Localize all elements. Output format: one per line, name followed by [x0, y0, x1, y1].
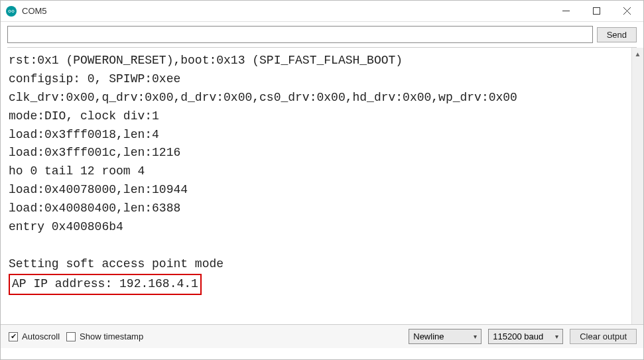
window-controls [550, 1, 642, 21]
console-wrap: rst:0x1 (POWERON_RESET),boot:0x13 (SPI_F… [7, 47, 637, 324]
clear-output-button[interactable]: Clear output [570, 329, 637, 344]
line-ending-select[interactable]: Newline ▾ [409, 329, 482, 344]
checkbox-icon [9, 332, 18, 341]
scrollbar[interactable]: ▲ [631, 48, 643, 324]
serial-input[interactable] [7, 26, 593, 43]
chevron-down-icon: ▾ [474, 333, 477, 340]
autoscroll-checkbox[interactable]: Autoscroll [9, 331, 60, 341]
timestamp-checkbox[interactable]: Show timestamp [66, 331, 143, 341]
chevron-down-icon: ▾ [555, 333, 558, 340]
svg-point-1 [12, 10, 14, 12]
svg-point-0 [9, 10, 11, 12]
close-button[interactable] [612, 1, 642, 21]
bottom-bar: Autoscroll Show timestamp Newline ▾ 1152… [1, 324, 643, 348]
autoscroll-label: Autoscroll [22, 331, 60, 341]
minimize-button[interactable] [550, 1, 581, 21]
baud-value: 115200 baud [493, 331, 543, 341]
checkbox-icon [66, 332, 76, 341]
titlebar: COM5 [1, 1, 643, 22]
timestamp-label: Show timestamp [80, 331, 143, 341]
maximize-button[interactable] [581, 1, 612, 21]
window-title: COM5 [22, 6, 550, 16]
svg-rect-3 [593, 8, 600, 15]
send-button[interactable]: Send [597, 27, 637, 42]
highlighted-line: AP IP address: 192.168.4.1 [9, 274, 202, 295]
console-output: rst:0x1 (POWERON_RESET),boot:0x13 (SPI_F… [7, 48, 637, 324]
arduino-icon [6, 6, 17, 17]
scroll-up-icon[interactable]: ▲ [632, 48, 643, 60]
baud-select[interactable]: 115200 baud ▾ [488, 329, 563, 344]
line-ending-value: Newline [413, 331, 444, 341]
send-row: Send [1, 22, 643, 47]
